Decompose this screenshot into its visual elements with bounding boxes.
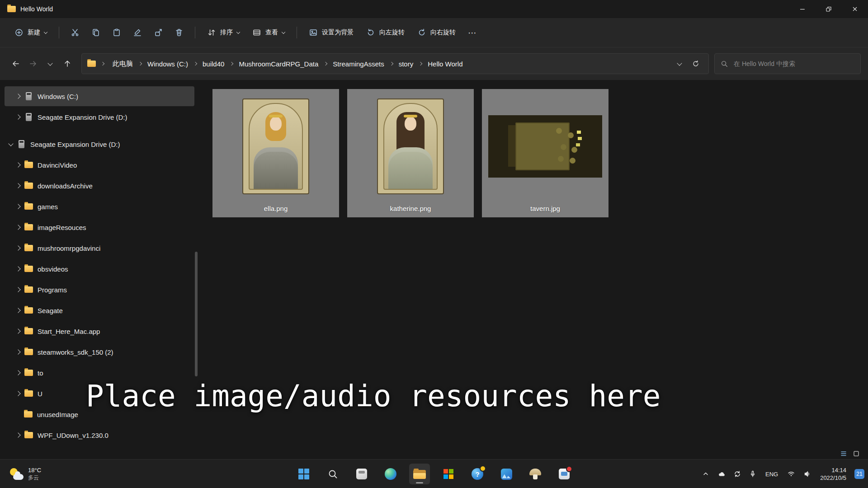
expand-chevron-icon[interactable] — [15, 370, 20, 375]
file-tile-ella-png[interactable]: ella.png — [212, 89, 339, 217]
taskbar-app-help[interactable]: ? — [467, 464, 488, 484]
expand-chevron-icon[interactable] — [15, 391, 20, 396]
sort-button[interactable]: 排序 — [202, 24, 245, 41]
view-button[interactable]: 查看 — [247, 24, 290, 41]
address-actions — [672, 56, 703, 71]
forward-button[interactable] — [24, 55, 42, 72]
taskbar-app-explorer[interactable] — [409, 464, 430, 484]
microphone-tray-button[interactable] — [748, 465, 757, 483]
taskbar-app-edge[interactable] — [380, 464, 401, 484]
expand-chevron-icon[interactable] — [8, 141, 13, 146]
sidebar-item-start-here-mac-app[interactable]: Start_Here_Mac.app — [5, 321, 194, 341]
expand-chevron-icon[interactable] — [15, 266, 20, 271]
taskbar-app-photos[interactable] — [496, 464, 517, 484]
paste-button[interactable] — [107, 24, 126, 41]
sidebar-item-imageresouces[interactable]: imageResouces — [5, 217, 194, 237]
sidebar-item-games[interactable]: games — [5, 197, 194, 216]
new-button[interactable]: 新建 — [9, 24, 52, 41]
wifi-tray-button[interactable] — [786, 465, 796, 483]
hidden-icons-button[interactable] — [701, 465, 710, 483]
breadcrumb-separator-icon — [193, 62, 197, 66]
breadcrumb-item[interactable]: Hello World — [425, 58, 466, 70]
expand-chevron-icon[interactable] — [15, 225, 20, 230]
rotate-right-icon — [417, 28, 426, 37]
expand-chevron-icon[interactable] — [15, 349, 20, 354]
search-box[interactable] — [714, 53, 861, 74]
weather-widget[interactable]: 18°C 多云 — [3, 460, 47, 488]
sidebar-item-davincivideo[interactable]: DavinciVideo — [5, 155, 194, 175]
taskbar-app-chat[interactable] — [554, 464, 575, 484]
breadcrumb-item[interactable]: MushroomCardRPG_Data — [236, 58, 321, 70]
minimize-button[interactable] — [789, 0, 816, 18]
address-field[interactable]: 此电脑Windows (C:)build40MushroomCardRPG_Da… — [81, 53, 709, 74]
back-button[interactable] — [7, 55, 24, 72]
system-tray: ENG 14:14 2022/10/5 21 — [701, 460, 864, 488]
large-icons-view-button[interactable] — [853, 450, 860, 459]
taskbar-app-microsoft[interactable] — [438, 464, 459, 484]
close-button[interactable] — [842, 0, 868, 18]
sidebar-item-programs[interactable]: Programs — [5, 280, 194, 300]
language-indicator[interactable]: ENG — [764, 465, 780, 483]
taskbar-app-widgets[interactable] — [351, 464, 372, 484]
breadcrumb-item[interactable]: StreamingAssets — [330, 58, 387, 70]
notification-badge[interactable]: 21 — [854, 469, 864, 479]
taskbar: 18°C 多云 ? ENG 14:14 2022/10/5 21 — [0, 459, 868, 488]
set-background-button[interactable]: 设置为背景 — [303, 24, 359, 41]
window-title: Hello World — [20, 5, 53, 13]
refresh-button[interactable] — [689, 56, 703, 71]
maximize-restore-button[interactable] — [816, 0, 842, 18]
folder-icon — [24, 183, 33, 189]
sidebar-item-wpf-udown-v1-230-0[interactable]: WPF_UDown_v1.230.0 — [5, 425, 194, 445]
rename-button[interactable] — [128, 24, 147, 41]
more-button[interactable]: ⋯ — [463, 24, 482, 41]
sync-tray-button[interactable] — [733, 465, 742, 483]
search-icon — [720, 60, 728, 68]
address-dropdown-button[interactable] — [672, 56, 687, 71]
expand-chevron-icon[interactable] — [15, 328, 20, 333]
sidebar-item-label: U — [38, 390, 42, 398]
expand-chevron-icon[interactable] — [15, 114, 20, 119]
file-tile-tavern-jpg[interactable]: tavern.jpg — [482, 89, 609, 217]
expand-chevron-icon[interactable] — [15, 94, 20, 99]
expand-chevron-icon[interactable] — [15, 287, 20, 292]
sidebar-item-downloadsarchive[interactable]: downloadsArchive — [5, 176, 194, 196]
file-tile-katherine-png[interactable]: katherine.png — [347, 89, 474, 217]
share-button[interactable] — [149, 24, 168, 41]
copy-button[interactable] — [86, 24, 105, 41]
volume-tray-button[interactable] — [802, 465, 812, 483]
up-button[interactable] — [59, 55, 76, 72]
cut-button[interactable] — [66, 24, 85, 41]
folder-icon — [24, 286, 33, 293]
taskbar-app-search[interactable] — [322, 464, 343, 484]
sort-icon — [207, 28, 216, 37]
expand-chevron-icon[interactable] — [15, 308, 20, 313]
sidebar-item-seagate[interactable]: Seagate — [5, 300, 194, 320]
history-dropdown-button[interactable] — [42, 55, 59, 72]
expand-chevron-icon[interactable] — [15, 245, 20, 250]
taskbar-app-mushroom[interactable] — [525, 464, 546, 484]
onedrive-tray-button[interactable] — [717, 465, 726, 483]
expand-chevron-icon[interactable] — [15, 204, 20, 209]
breadcrumb-item[interactable]: Windows (C:) — [144, 58, 191, 70]
sidebar-scrollbar[interactable] — [195, 252, 198, 376]
expand-chevron-icon[interactable] — [15, 162, 20, 167]
search-input[interactable] — [733, 60, 855, 68]
expand-chevron-icon[interactable] — [15, 183, 20, 188]
delete-button[interactable] — [170, 24, 189, 41]
expand-chevron-icon[interactable] — [15, 432, 20, 437]
breadcrumb-item[interactable]: build40 — [199, 58, 227, 70]
sidebar-item-seagate-expansion-drive-d[interactable]: Seagate Expansion Drive (D:) — [5, 134, 194, 154]
toolbar-divider — [59, 27, 59, 38]
breadcrumb-item[interactable]: 此电脑 — [109, 58, 136, 70]
sidebar-item-windows-c[interactable]: Windows (C:) — [5, 86, 194, 106]
sidebar-item-mushroomrpgdavinci[interactable]: mushroomrpgdavinci — [5, 238, 194, 258]
clock[interactable]: 14:14 2022/10/5 — [818, 466, 848, 482]
rotate-right-button[interactable]: 向右旋转 — [412, 24, 461, 41]
details-view-button[interactable] — [840, 450, 847, 459]
sidebar-item-seagate-expansion-drive-d[interactable]: Seagate Expansion Drive (D:) — [5, 107, 194, 127]
sidebar-item-steamworks-sdk-150-2[interactable]: steamworks_sdk_150 (2) — [5, 342, 194, 362]
breadcrumb-item[interactable]: story — [396, 58, 417, 70]
rotate-left-button[interactable]: 向左旋转 — [361, 24, 410, 41]
sidebar-item-obsvideos[interactable]: obsvideos — [5, 259, 194, 279]
taskbar-app-start[interactable] — [293, 464, 314, 484]
